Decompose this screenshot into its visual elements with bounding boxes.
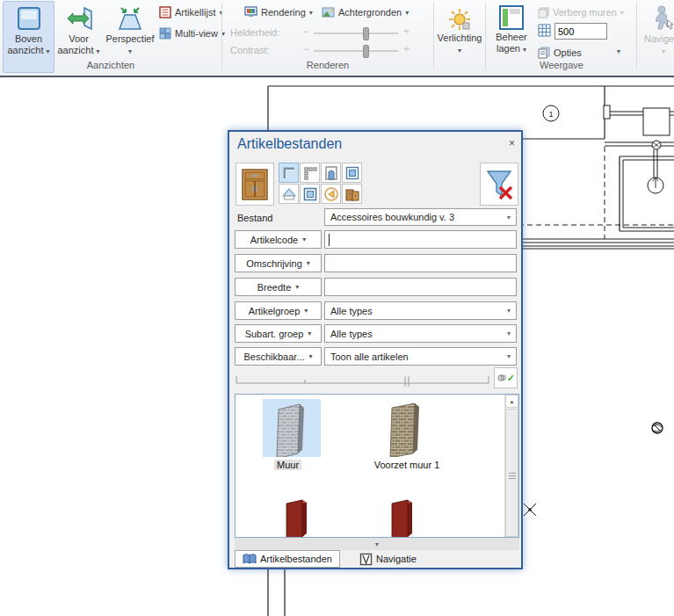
- gear-icon: ⚙: [500, 373, 507, 382]
- options-button[interactable]: Opties: [538, 44, 582, 62]
- filter-field-selector-breedte[interactable]: Breedte▾: [235, 278, 322, 296]
- chevron-down-icon: ▾: [308, 330, 311, 337]
- subartgroep-combo[interactable]: Alle types ▾: [324, 324, 517, 343]
- chevron-down-icon: ▾: [307, 259, 310, 267]
- article-list-button[interactable]: Artikellijst ▾: [159, 4, 222, 21]
- hide-walls-button[interactable]: Verberg muren ▾: [538, 4, 624, 21]
- application-window: 1 Boven aanzicht ▾ Voor: [0, 0, 674, 616]
- filter-field-selector-artikelgroep[interactable]: Artikelgroep▾: [235, 301, 322, 320]
- clear-filter-button[interactable]: [480, 163, 518, 206]
- bestand-combo[interactable]: Accessoires bouwkundig v. 3 ▾: [324, 208, 517, 226]
- beschikbaar-combo[interactable]: Toon alle artikelen ▾: [324, 347, 517, 366]
- navigate-button[interactable]: Navigeer ▾: [640, 2, 674, 72]
- collapse-arrow-icon: ▼: [374, 541, 380, 547]
- scrollbar-thumb[interactable]: [505, 409, 518, 537]
- contrast-plus[interactable]: +: [403, 43, 409, 55]
- artikelcode-input[interactable]: [325, 231, 516, 248]
- contrast-slider-handle[interactable]: [363, 45, 369, 58]
- group-label-weergave: Weergave: [487, 60, 636, 72]
- contrast-minus[interactable]: −: [303, 43, 309, 55]
- dialog-tab-bar: Artikelbestanden Navigatie: [229, 550, 521, 568]
- plan-fixtures: [604, 105, 674, 231]
- furniture-category-button[interactable]: [342, 184, 362, 204]
- size-slider-track: [229, 367, 521, 392]
- cabinets-icon: [344, 186, 360, 202]
- glass-pane-icon: [302, 186, 318, 202]
- red-wall-thumbnail-1[interactable]: [284, 498, 310, 538]
- speaker-category-button[interactable]: [321, 184, 341, 204]
- artikelbestanden-dialog: Artikelbestanden ×: [228, 130, 523, 569]
- brightness-slider[interactable]: [314, 33, 398, 34]
- scroll-up-button[interactable]: ▲: [505, 395, 518, 408]
- roof-category-button[interactable]: [279, 184, 299, 204]
- options-icon: [538, 47, 550, 59]
- breedte-input-wrap: [324, 278, 517, 296]
- front-view-icon: [65, 4, 93, 33]
- omschrijving-input[interactable]: [325, 255, 516, 272]
- artikelcode-input-wrap: [324, 230, 517, 249]
- voorzet-muur-thumbnail[interactable]: [376, 399, 434, 457]
- partition-icon: [302, 165, 318, 181]
- dropdown-arrow-icon: ▾: [405, 9, 409, 17]
- backgrounds-button[interactable]: Achtergronden ▾: [322, 4, 409, 21]
- navigate-icon: [650, 4, 674, 33]
- weergave-more-arrow[interactable]: ▾: [617, 47, 620, 55]
- collapse-bar[interactable]: ▼: [235, 538, 519, 550]
- filter-field-selector-omschrijving[interactable]: Omschrijving▾: [235, 254, 322, 272]
- muur-thumbnail[interactable]: [263, 399, 321, 457]
- red-wall-thumbnail-2[interactable]: [389, 498, 416, 538]
- glass-category-button[interactable]: [300, 184, 320, 204]
- cabinet-category-button[interactable]: [236, 163, 274, 206]
- apply-settings-button[interactable]: ⚙ ⚙ ✓: [494, 367, 518, 388]
- plan-hidden-lines: [518, 147, 674, 239]
- tab-artikelbestanden[interactable]: Artikelbestanden: [235, 550, 340, 568]
- walls-category-button[interactable]: [279, 163, 299, 183]
- partition-category-button[interactable]: [300, 163, 320, 183]
- breedte-input[interactable]: [325, 279, 516, 295]
- list-scrollbar[interactable]: ▲: [504, 395, 518, 537]
- window-icon: [344, 165, 360, 181]
- grid-size-input[interactable]: [554, 23, 607, 40]
- list-item-muur-label[interactable]: Muur: [274, 460, 301, 470]
- filter-field-selector-beschikbaar[interactable]: Beschikbaar...▾: [235, 347, 322, 366]
- manage-layers-label: Beheer: [496, 32, 526, 42]
- lighting-button[interactable]: Verlichting ▾: [437, 2, 482, 72]
- dropdown-arrow-icon: ▾: [97, 47, 100, 55]
- brightness-minus[interactable]: −: [303, 25, 309, 38]
- brightness-slider-handle[interactable]: [363, 27, 369, 40]
- list-item-voorzet-label[interactable]: Voorzet muur 1: [372, 460, 442, 470]
- close-icon[interactable]: ×: [509, 138, 515, 149]
- article-list[interactable]: Muur Voorzet muur 1 ▲: [235, 394, 519, 538]
- book-icon: [243, 554, 257, 565]
- navigation-icon: [359, 553, 373, 566]
- rendering-button[interactable]: Rendering ▾: [244, 4, 313, 21]
- navigate-label: Navigeer: [644, 33, 674, 44]
- tab-navigatie[interactable]: Navigatie: [352, 550, 424, 568]
- contrast-slider[interactable]: [314, 50, 398, 52]
- speaker-icon: [323, 186, 339, 202]
- multi-view-button[interactable]: Multi-view ▾: [159, 25, 225, 42]
- dropdown-arrow-icon: ▾: [309, 9, 313, 17]
- ribbon: Boven aanzicht ▾ Voor aanzicht ▾ Perspec…: [0, 0, 674, 77]
- brightness-plus[interactable]: +: [403, 25, 409, 38]
- thumbnail-size-slider[interactable]: ⚙ ⚙ ✓: [229, 367, 521, 392]
- dropdown-arrow-icon: ▾: [128, 47, 132, 55]
- dropdown-arrow-icon: ▾: [458, 47, 461, 54]
- grid-bubble: 1: [543, 105, 559, 121]
- filter-field-selector-subartgroep[interactable]: Subart. groep▾: [235, 324, 322, 343]
- artikelgroep-combo[interactable]: Alle types ▾: [324, 301, 517, 320]
- category-button-grid: [279, 163, 362, 204]
- front-view-label: Voor: [69, 33, 89, 44]
- dropdown-arrow-icon: ▾: [47, 47, 50, 55]
- windows-category-button[interactable]: [342, 163, 362, 183]
- hide-walls-icon: [538, 7, 549, 18]
- filter-field-selector-artikelcode[interactable]: Artikelcode▾: [235, 230, 322, 249]
- lighting-icon: [447, 7, 472, 32]
- contrast-label: Contrast:: [230, 45, 270, 55]
- chevron-down-icon: ▾: [304, 307, 308, 315]
- text-caret: [329, 234, 330, 246]
- doors-category-button[interactable]: [321, 163, 341, 183]
- scroll-up-icon: ▲: [510, 399, 515, 404]
- manage-layers-icon: [498, 4, 525, 31]
- perspective-label: Perspectief: [105, 33, 154, 44]
